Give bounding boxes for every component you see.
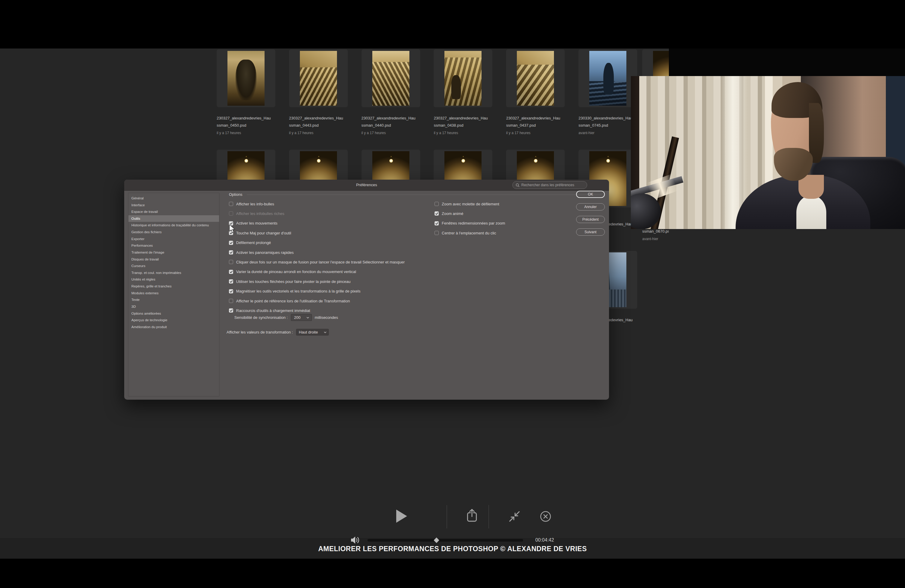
photo-card[interactable]: 230330_alexandredevries_Hau ssman_0745.p… (578, 49, 637, 107)
sidebar-category[interactable]: Repères, grille et tranches (129, 283, 219, 289)
checkbox[interactable] (435, 202, 439, 206)
photo-date: il y a 17 heures (506, 131, 575, 135)
preference-option-row[interactable]: Touche Maj pour changer d'outil (229, 230, 291, 235)
preference-option-row[interactable]: Afficher le point de référence lors de l… (229, 299, 350, 303)
preference-option-row[interactable]: Zoom avec molette de défilement (435, 202, 499, 206)
checkbox[interactable] (435, 231, 439, 235)
controls-divider (446, 505, 447, 528)
checkbox[interactable] (229, 260, 233, 264)
checkbox[interactable] (435, 211, 439, 216)
checkbox-label: Afficher les infobulles riches (236, 211, 284, 216)
next-button[interactable]: Suivant (576, 229, 605, 236)
sidebar-category[interactable]: Curseurs (129, 262, 219, 269)
photo-filename-line1: 230327_alexandredevries_Hau (289, 116, 358, 120)
preference-option-row[interactable]: Zoom animé (435, 211, 463, 216)
preference-option-row[interactable]: Magnétiser les outils vectoriels et les … (229, 289, 360, 294)
preferences-dialog: Préférences Rechercher dans les préféren… (124, 180, 609, 400)
photo-thumbnail (517, 51, 554, 106)
sync-sensitivity-unit: millisecondes (315, 315, 338, 320)
preference-option-row[interactable]: Varier la dureté de pinceau arrondi en f… (229, 269, 356, 274)
checkbox-label: Afficher le point de référence lors de l… (236, 299, 350, 303)
checkbox[interactable] (229, 289, 233, 293)
preference-option-row[interactable]: Utiliser les touches fléchées pour faire… (229, 279, 351, 284)
photo-card[interactable]: 230327_alexandredevries_Hau ssman_0438.p… (433, 49, 492, 107)
checkbox-label: Utiliser les touches fléchées pour faire… (236, 279, 351, 284)
preference-option-row[interactable]: Raccourcis d'outils à chargement immédia… (229, 308, 310, 313)
share-icon[interactable] (466, 509, 478, 523)
sidebar-category[interactable]: Outils (129, 215, 219, 222)
photo-card[interactable]: 230327_alexandredevries_Hau ssman_0440.p… (362, 49, 420, 107)
photo-date: il y a 17 heures (362, 131, 430, 135)
preferences-search-field[interactable]: Rechercher dans les préférences (512, 181, 587, 189)
ok-button[interactable]: OK (576, 191, 605, 198)
sidebar-category[interactable]: Amélioration du produit (129, 324, 219, 330)
checkbox[interactable] (229, 279, 233, 283)
cancel-button[interactable]: Annuler (576, 203, 605, 210)
checkbox[interactable] (229, 299, 233, 303)
checkbox[interactable] (229, 250, 233, 254)
checkbox[interactable] (435, 221, 439, 226)
photo-filename-line2: ssman_0450.psd (217, 123, 286, 127)
sidebar-category[interactable]: Gestion des fichiers (129, 229, 219, 235)
sidebar-category[interactable]: Espace de travail (129, 208, 219, 215)
preference-option-row[interactable]: Activer les panoramiques rapides (229, 250, 294, 255)
volume-icon[interactable] (350, 536, 360, 545)
sidebar-category[interactable]: Aperçus de technologie (129, 317, 219, 323)
preference-option-row[interactable]: Cliquer deux fois sur un masque de fusio… (229, 259, 405, 264)
sync-sensitivity-select[interactable]: 200 (291, 314, 312, 321)
sidebar-category[interactable]: Interface (129, 202, 219, 208)
compress-icon[interactable] (508, 510, 521, 523)
check-icon (230, 241, 233, 245)
transform-values-row: Afficher les valeurs de transformation :… (227, 329, 329, 335)
previous-button[interactable]: Précédent (576, 216, 605, 223)
checkbox-label: Centrer à l'emplacement du clic (442, 231, 496, 235)
sidebar-category[interactable]: 3D (129, 303, 219, 310)
webcam-overlay (631, 76, 905, 229)
sidebar-category[interactable]: Général (129, 195, 219, 202)
photo-filename-line2: ssman_0443.psd (289, 123, 358, 127)
checkbox[interactable] (229, 202, 233, 206)
progress-track[interactable] (367, 539, 523, 542)
sidebar-category[interactable]: Unités et règles (129, 276, 219, 283)
sidebar-category[interactable]: Traitement de l'image (129, 249, 219, 256)
photo-card[interactable]: 230327_alexandredevries_Hau ssman_0450.p… (217, 49, 275, 107)
checkbox[interactable] (229, 211, 233, 216)
search-placeholder: Rechercher dans les préférences (521, 183, 574, 187)
play-icon[interactable] (395, 509, 408, 523)
sidebar-category[interactable]: Options améliorées (129, 310, 219, 317)
preference-option-row[interactable]: Fenêtres redimensionnées par zoom (435, 221, 505, 226)
dialog-titlebar[interactable]: Préférences Rechercher dans les préféren… (124, 180, 609, 191)
photo-filename-line1: 230327_alexandredevries_Hau (433, 116, 502, 120)
checkbox[interactable] (229, 308, 233, 313)
chevron-down-icon (306, 317, 309, 319)
transform-values-select[interactable]: Haut droite (296, 329, 329, 335)
photo-card[interactable]: 230327_alexandredevries_Hau ssman_0437.p… (506, 49, 565, 107)
checkbox-label: Cliquer deux fois sur un masque de fusio… (236, 260, 405, 264)
checkbox[interactable] (229, 270, 233, 274)
sidebar-category[interactable]: Performances (129, 242, 219, 249)
checkbox[interactable] (229, 241, 233, 245)
controls-divider (488, 505, 489, 528)
checkbox-label: Fenêtres redimensionnées par zoom (442, 221, 505, 226)
check-icon (230, 290, 233, 293)
sidebar-category[interactable]: Transp. et coul. non imprimables (129, 269, 219, 276)
preference-option-row[interactable]: Défilement prolongé (229, 240, 271, 245)
preference-option-row[interactable]: Afficher les infobulles riches (229, 211, 284, 216)
preference-option-row[interactable]: Afficher les info-bulles (229, 202, 274, 206)
sidebar-category[interactable]: Disques de travail (129, 256, 219, 262)
photo-filename-line2: ssman_0438.psd (433, 123, 502, 127)
checkbox-label: Magnétiser les outils vectoriels et les … (236, 289, 360, 293)
sidebar-category[interactable]: Modules externes (129, 290, 219, 296)
photo-filename-line1: 230327_alexandredevries_Hau (217, 116, 286, 120)
sidebar-category[interactable]: Exporter (129, 236, 219, 242)
close-icon[interactable] (540, 510, 552, 523)
sidebar-category[interactable]: Texte (129, 296, 219, 303)
video-caption: AMELIORER LES PERFORMANCES DE PHOTOSHOP … (0, 545, 905, 553)
preference-option-row[interactable]: Centrer à l'emplacement du clic (435, 230, 496, 235)
mouse-cursor (229, 224, 237, 234)
checkbox-label: Activer les mouvements (236, 221, 278, 226)
sidebar-category[interactable]: Historique et informations de traçabilit… (129, 222, 219, 229)
photo-card[interactable]: 230327_alexandredevries_Hau ssman_0443.p… (289, 49, 348, 107)
sync-sensitivity-row: Sensibilité de synchronisation : 200 mil… (234, 314, 338, 321)
photo-date: il y a 17 heures (217, 131, 286, 135)
